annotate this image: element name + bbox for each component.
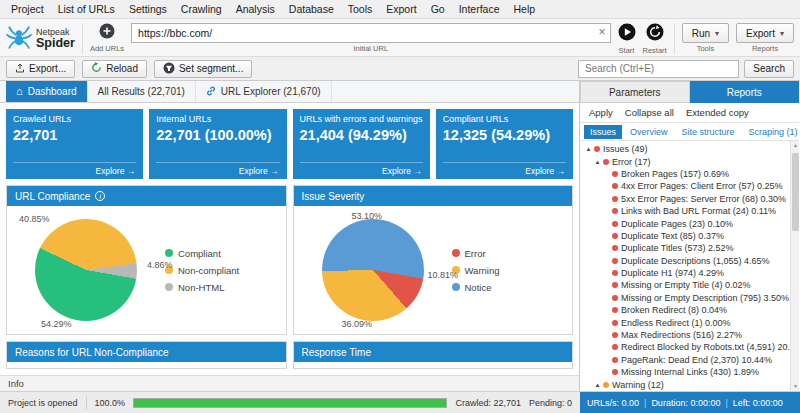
explore-link[interactable]: Explore →: [156, 162, 279, 179]
info-panel-header[interactable]: Info: [0, 375, 579, 391]
tree-row[interactable]: ▲ Endless Redirect (1) 0.00%: [580, 316, 789, 328]
sidebar-action-button[interactable]: Extended copy: [681, 105, 754, 120]
legend-item: Compliant: [165, 248, 239, 259]
panel-header: Reasons for URL Non-Compliance: [7, 342, 286, 362]
metric-card-title: Compliant URLs: [443, 114, 566, 124]
run-dropdown[interactable]: Run ▾: [682, 23, 729, 43]
add-urls-button[interactable]: Add URLs: [90, 21, 124, 53]
metric-card-value: 12,325 (54.29%): [443, 127, 566, 143]
divider: [674, 23, 675, 54]
tree-row[interactable]: ▲ Broken Redirect (8) 0.04%: [580, 304, 789, 316]
restart-icon: [646, 23, 664, 45]
tree-row[interactable]: ▲ Duplicate Pages (23) 0.10%: [580, 217, 789, 229]
menu-item[interactable]: Go: [424, 1, 452, 17]
legend-item: Non-HTML: [165, 282, 239, 293]
start-caption: Start: [619, 46, 635, 55]
menu-item[interactable]: Project: [4, 1, 51, 17]
explore-link[interactable]: Explore →: [300, 162, 423, 179]
restart-button[interactable]: Restart: [643, 21, 667, 55]
tree-row[interactable]: ▲ Warning (12): [580, 378, 789, 390]
tree-scrollbar[interactable]: ▲ ▼: [790, 141, 799, 391]
report-subtab[interactable]: Scraping (1): [743, 125, 800, 139]
issue-dot-icon: [612, 221, 618, 227]
tree-row[interactable]: ▲ 5xx Error Pages: Server Error (68) 0.3…: [580, 193, 789, 205]
divider: [86, 396, 87, 410]
tree-row[interactable]: ▲ Max Redirections (516) 2.27%: [580, 329, 789, 341]
scrollbar-thumb[interactable]: [792, 153, 799, 231]
issue-dot-icon: [612, 233, 618, 239]
link-icon: [206, 86, 216, 98]
initial-url-input[interactable]: [131, 23, 610, 43]
tree-row[interactable]: ▲ Duplicate H1 (974) 4.29%: [580, 267, 789, 279]
reload-button[interactable]: Reload: [82, 60, 147, 78]
tree-row-label: Redirect Blocked by Robots.txt (4,591) 2…: [621, 342, 789, 352]
legend-label: Warning: [465, 265, 500, 276]
tree-row-label: Missing or Empty Description (795) 3.50%: [621, 293, 789, 303]
search-input[interactable]: [578, 60, 739, 78]
menu-item[interactable]: Export: [379, 1, 423, 17]
sidebar-tab[interactable]: Reports: [690, 81, 800, 103]
tree-row[interactable]: ▲ Redirect Blocked by Robots.txt (4,591)…: [580, 341, 789, 353]
metric-card: Compliant URLs 12,325 (54.29%) Explore →: [436, 109, 573, 179]
export-button[interactable]: Export...: [6, 60, 75, 78]
menu-item[interactable]: Tools: [341, 1, 380, 17]
tree-row[interactable]: ▲ Missing or Empty Title (4) 0.02%: [580, 279, 789, 291]
menu-item[interactable]: Crawling: [174, 1, 229, 17]
menu-item[interactable]: Help: [507, 1, 543, 17]
expander-icon[interactable]: ▲: [593, 159, 602, 165]
tree-row[interactable]: ▲ Missing Internal Links (430) 1.89%: [580, 366, 789, 378]
explore-link[interactable]: Explore →: [13, 162, 136, 179]
lower-panels: Reasons for URL Non-Compliance Response …: [6, 341, 573, 369]
sidebar-tab[interactable]: Parameters: [580, 81, 690, 103]
start-button[interactable]: Start: [618, 21, 636, 55]
search-button[interactable]: Search: [744, 60, 794, 78]
info-icon[interactable]: i: [95, 191, 105, 201]
sidebar-action-button[interactable]: Collapse all: [620, 105, 679, 120]
menu-item[interactable]: Settings: [122, 1, 174, 17]
report-subtabs: Issues Overview Site structure Scraping …: [580, 123, 799, 141]
charts-row: URL Compliance i CompliantNon-compliantN…: [6, 185, 573, 335]
sidebar-action-button[interactable]: Apply: [584, 105, 618, 120]
menu-item[interactable]: Interface: [452, 1, 507, 17]
legend-dot: [165, 249, 173, 257]
tree-row[interactable]: ▲ Duplicate Titles (573) 2.52%: [580, 242, 789, 254]
tree-row[interactable]: ▲ Error (17): [580, 155, 789, 167]
progress-bar: [133, 398, 447, 408]
explore-link[interactable]: Explore →: [443, 162, 566, 179]
report-subtab[interactable]: Site structure: [676, 125, 741, 139]
tree-row[interactable]: ▲ PageRank: Dead End (2,370) 10.44%: [580, 354, 789, 366]
tree-row-label: Warning (12): [612, 380, 664, 390]
scroll-up-icon[interactable]: ▲: [791, 141, 799, 150]
status-bar: Project is opened 100.0% Crawled: 22,701…: [0, 391, 800, 413]
tree-row[interactable]: ▲ Missing or Empty Description (795) 3.5…: [580, 292, 789, 304]
tree-row-label: Missing or Empty Title (4) 0.02%: [621, 280, 751, 290]
report-subtab[interactable]: Issues: [584, 125, 622, 139]
tree-row[interactable]: ▲ Links with Bad URL Format (24) 0.11%: [580, 205, 789, 217]
expander-icon[interactable]: ▲: [584, 146, 593, 152]
tree-row[interactable]: ▲ Duplicate Descriptions (1,055) 4.65%: [580, 255, 789, 267]
crawled-count: Crawled: 22,701: [455, 398, 521, 408]
issue-dot-icon: [612, 270, 618, 276]
divider: |: [644, 398, 646, 408]
report-subtab[interactable]: Overview: [624, 125, 674, 139]
tree-row[interactable]: ▲ Issues (49): [580, 143, 789, 155]
tree-row-label: Missing Internal Links (430) 1.89%: [621, 367, 759, 377]
legend-dot: [452, 283, 460, 291]
tree-row[interactable]: ▲ Duplicate Text (85) 0.37%: [580, 230, 789, 242]
clear-url-icon[interactable]: ×: [599, 25, 606, 39]
issue-dot-icon: [612, 245, 618, 251]
pie-label: 54.29%: [41, 319, 72, 329]
menu-item[interactable]: Database: [282, 1, 341, 17]
tree-row[interactable]: ▲ Broken Pages (157) 0.69%: [580, 168, 789, 180]
tab-dashboard[interactable]: ⌂ Dashboard: [6, 81, 88, 102]
expander-icon[interactable]: ▲: [593, 382, 602, 388]
tab-all-results[interactable]: All Results (22,701): [88, 81, 196, 102]
tree-row[interactable]: ▲ 4xx Error Pages: Client Error (57) 0.2…: [580, 180, 789, 192]
divider: [82, 23, 83, 54]
tab-url-explorer[interactable]: URL Explorer (21,670): [196, 81, 332, 102]
scroll-down-icon[interactable]: ▼: [791, 382, 799, 391]
menu-item[interactable]: Analysis: [229, 1, 282, 17]
menu-item[interactable]: List of URLs: [51, 1, 122, 17]
export-dropdown[interactable]: Export ▾: [736, 23, 794, 43]
set-segment-button[interactable]: Set segment...: [154, 60, 252, 78]
